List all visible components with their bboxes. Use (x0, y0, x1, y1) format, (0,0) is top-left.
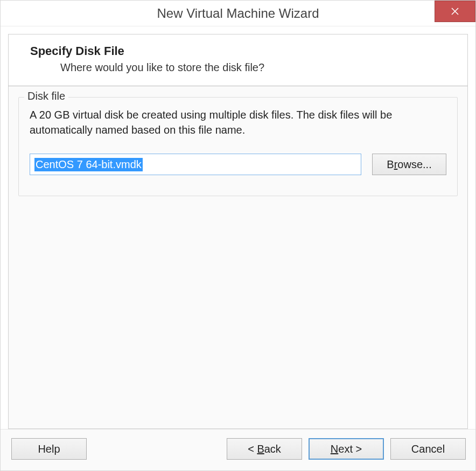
browse-button[interactable]: Browse... (372, 154, 446, 175)
disk-file-input-value: CentOS 7 64-bit.vmdk (34, 158, 143, 171)
disk-file-input[interactable]: CentOS 7 64-bit.vmdk (30, 154, 361, 175)
next-button[interactable]: Next > (309, 438, 384, 460)
wizard-window: New Virtual Machine Wizard Specify Disk … (0, 0, 476, 471)
back-button[interactable]: < Back (227, 438, 302, 460)
wizard-step-title: Specify Disk File (30, 44, 454, 58)
wizard-main-panel: Disk file A 20 GB virtual disk be create… (8, 86, 468, 429)
fieldset-legend-text: Disk file (27, 90, 65, 102)
file-row: CentOS 7 64-bit.vmdk Browse... (30, 154, 446, 175)
window-title: New Virtual Machine Wizard (157, 6, 319, 21)
content-outer: Specify Disk File Where would you like t… (1, 26, 475, 429)
close-button[interactable] (435, 1, 475, 22)
wizard-header: Specify Disk File Where would you like t… (8, 34, 468, 86)
wizard-step-subtitle: Where would you like to store the disk f… (60, 61, 454, 74)
help-button[interactable]: Help (11, 438, 87, 460)
fieldset-description: A 20 GB virtual disk be created using mu… (30, 107, 446, 137)
fieldset-legend: Disk file (24, 90, 68, 102)
wizard-footer: Help < Back Next > Cancel (1, 429, 475, 470)
disk-file-fieldset: Disk file A 20 GB virtual disk be create… (18, 97, 458, 196)
cancel-button[interactable]: Cancel (390, 438, 466, 460)
titlebar: New Virtual Machine Wizard (1, 1, 475, 26)
close-icon (451, 8, 459, 15)
